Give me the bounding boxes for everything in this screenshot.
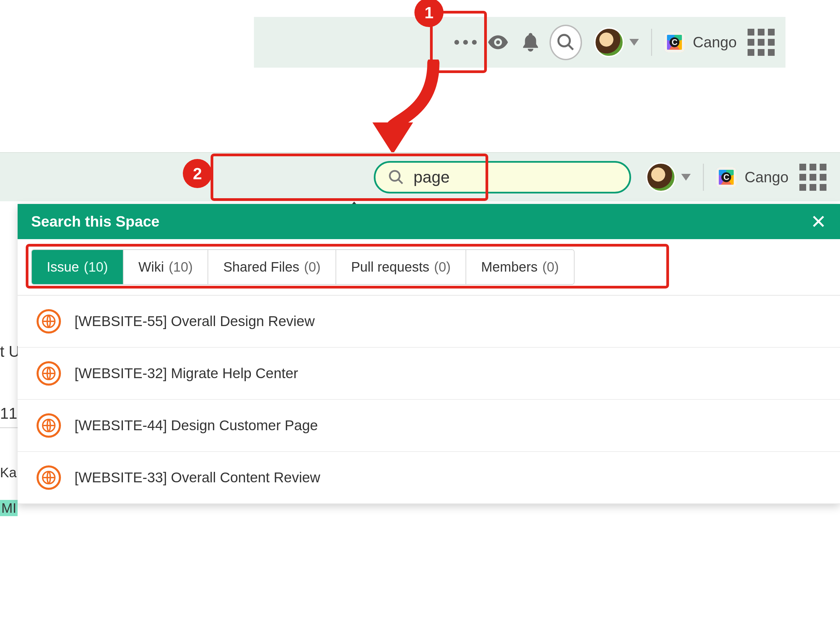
search-icon (556, 32, 576, 52)
result-row[interactable]: [WEBSITE-32] Migrate Help Center (18, 348, 840, 400)
watch-button[interactable] (482, 26, 514, 59)
results-list: [WEBSITE-55] Overall Design Review[WEBSI… (18, 295, 840, 504)
result-row[interactable]: [WEBSITE-55] Overall Design Review (18, 295, 840, 348)
bg-cropped-text: Ka (0, 465, 17, 480)
svg-line-1 (568, 45, 574, 50)
tab-members[interactable]: Members(0) (466, 250, 574, 284)
search-icon (388, 169, 405, 186)
svg-line-4 (398, 179, 403, 184)
tab-count: (10) (84, 259, 108, 275)
tab-count: (0) (542, 259, 559, 275)
result-row[interactable]: [WEBSITE-44] Design Customer Page (18, 400, 840, 452)
globe-icon (36, 465, 61, 490)
org-logo: C (664, 32, 685, 52)
tab-shared-files[interactable]: Shared Files(0) (208, 250, 336, 284)
panel-title: Search this Space (31, 213, 811, 230)
tab-label: Shared Files (223, 259, 299, 275)
more-icon (454, 40, 477, 45)
tab-pull-requests[interactable]: Pull requests(0) (336, 250, 466, 284)
globe-icon (36, 413, 61, 438)
search-field-wrap (374, 161, 631, 194)
search-results-panel: Search this Space ✕ Issue(10)Wiki(10)Sha… (18, 204, 840, 504)
search-input[interactable] (413, 167, 617, 187)
result-title: [WEBSITE-55] Overall Design Review (74, 313, 315, 329)
user-menu[interactable] (646, 162, 691, 192)
svg-marker-2 (372, 123, 413, 154)
avatar (646, 162, 676, 192)
chevron-down-icon (629, 39, 639, 45)
tab-label: Issue (47, 259, 79, 275)
more-menu-button[interactable] (449, 26, 482, 59)
eye-icon (486, 30, 510, 54)
org-name: Cango (744, 169, 788, 186)
bell-icon (519, 31, 542, 53)
result-row[interactable]: [WEBSITE-33] Overall Content Review (18, 452, 840, 504)
panel-header: Search this Space ✕ (18, 204, 840, 239)
globe-icon (36, 309, 61, 333)
annotation-arrow (349, 59, 444, 154)
tab-count: (0) (304, 259, 321, 275)
bg-cropped-text: t U (0, 342, 20, 360)
org-name: Cango (693, 34, 737, 51)
divider (651, 29, 652, 56)
tab-count: (0) (434, 259, 451, 275)
bg-cropped-text: MI (0, 501, 18, 516)
tab-label: Members (481, 259, 538, 275)
top-toolbar: C Cango (254, 17, 785, 68)
notifications-button[interactable] (514, 26, 547, 59)
avatar (594, 27, 624, 57)
result-tabs: Issue(10)Wiki(10)Shared Files(0)Pull req… (31, 249, 574, 285)
org-switcher[interactable]: C Cango (664, 32, 737, 52)
user-menu[interactable] (594, 27, 639, 57)
toolbar-with-search: C Cango (0, 152, 840, 201)
org-switcher[interactable]: C Cango (716, 167, 788, 187)
result-title: [WEBSITE-32] Migrate Help Center (74, 365, 298, 382)
org-logo: C (716, 167, 737, 187)
divider (703, 164, 704, 191)
tab-count: (10) (169, 259, 193, 275)
tab-wiki[interactable]: Wiki(10) (124, 250, 208, 284)
chevron-down-icon (681, 174, 691, 180)
tab-label: Pull requests (351, 259, 429, 275)
close-button[interactable]: ✕ (811, 211, 826, 233)
svg-point-3 (390, 171, 400, 180)
globe-icon (36, 361, 61, 386)
tab-issue[interactable]: Issue(10) (32, 250, 124, 284)
svg-point-0 (559, 35, 570, 46)
divider (0, 427, 18, 428)
annotation-badge: 2 (183, 159, 212, 188)
tab-label: Wiki (138, 259, 164, 275)
result-title: [WEBSITE-44] Design Customer Page (74, 417, 318, 434)
result-title: [WEBSITE-33] Overall Content Review (74, 470, 320, 486)
search-button[interactable] (550, 25, 582, 60)
apps-grid-button[interactable] (747, 29, 775, 56)
apps-grid-button[interactable] (799, 164, 826, 191)
